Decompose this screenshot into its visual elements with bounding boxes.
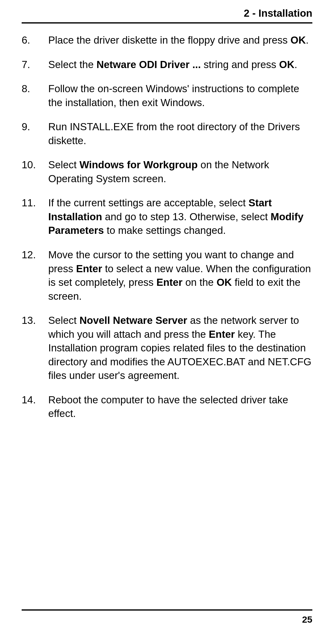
item-number: 10. <box>22 158 48 186</box>
item-text: If the current settings are acceptable, … <box>48 196 312 238</box>
bold-term: Enter <box>209 328 235 340</box>
text-segment: Place the driver diskette in the floppy … <box>48 34 290 46</box>
bold-term: OK <box>290 34 306 46</box>
list-item: 13.Select Novell Netware Server as the n… <box>22 314 312 383</box>
item-number: 9. <box>22 120 48 148</box>
bold-term: OK <box>279 59 295 70</box>
instruction-list: 6.Place the driver diskette in the flopp… <box>22 33 312 421</box>
list-item: 11.If the current settings are acceptabl… <box>22 196 312 238</box>
text-segment: on the <box>182 277 216 288</box>
page-footer: 25 <box>22 609 312 625</box>
item-text: Place the driver diskette in the floppy … <box>48 33 312 47</box>
item-number: 11. <box>22 196 48 238</box>
bold-term: OK <box>216 277 232 288</box>
bold-term: Windows for Workgroup <box>79 159 198 170</box>
text-segment: Run INSTALL.EXE from the root directory … <box>48 121 300 146</box>
bold-term: Novell Netware Server <box>79 315 187 326</box>
page-number: 25 <box>302 614 312 625</box>
text-segment: Reboot the computer to have the selected… <box>48 394 288 419</box>
text-segment: . <box>294 59 297 70</box>
page-header: 2 - Installation <box>22 7 312 24</box>
list-item: 8.Follow the on-screen Windows' instruct… <box>22 82 312 109</box>
list-item: 14.Reboot the computer to have the selec… <box>22 393 312 421</box>
item-text: Run INSTALL.EXE from the root directory … <box>48 120 312 148</box>
text-segment: to make settings changed. <box>104 225 226 236</box>
text-segment: and go to step 13. Otherwise, select <box>102 211 271 222</box>
list-item: 6.Place the driver diskette in the flopp… <box>22 33 312 47</box>
item-number: 8. <box>22 82 48 109</box>
item-number: 7. <box>22 58 48 72</box>
bold-term: Netware ODI Driver ... <box>96 59 201 70</box>
bold-term: Enter <box>76 263 102 274</box>
item-text: Follow the on-screen Windows' instructio… <box>48 82 312 109</box>
page-content: 2 - Installation 6.Place the driver disk… <box>0 0 334 421</box>
list-item: 10.Select Windows for Workgroup on the N… <box>22 158 312 186</box>
item-text: Select Novell Netware Server as the netw… <box>48 314 312 383</box>
text-segment: Select <box>48 159 79 170</box>
item-number: 13. <box>22 314 48 383</box>
item-text: Select the Netware ODI Driver ... string… <box>48 58 312 72</box>
item-text: Reboot the computer to have the selected… <box>48 393 312 421</box>
text-segment: If the current settings are acceptable, … <box>48 197 249 208</box>
list-item: 9.Run INSTALL.EXE from the root director… <box>22 120 312 148</box>
bold-term: Enter <box>156 277 182 288</box>
list-item: 12.Move the cursor to the setting you wa… <box>22 248 312 303</box>
item-text: Select Windows for Workgroup on the Netw… <box>48 158 312 186</box>
text-segment: . <box>306 34 309 46</box>
text-segment: string and press <box>201 59 279 70</box>
item-number: 14. <box>22 393 48 421</box>
item-number: 12. <box>22 248 48 303</box>
text-segment: Follow the on-screen Windows' instructio… <box>48 83 299 108</box>
text-segment: Select <box>48 315 79 326</box>
item-text: Move the cursor to the setting you want … <box>48 248 312 303</box>
item-number: 6. <box>22 33 48 47</box>
list-item: 7.Select the Netware ODI Driver ... stri… <box>22 58 312 72</box>
text-segment: Select the <box>48 59 96 70</box>
